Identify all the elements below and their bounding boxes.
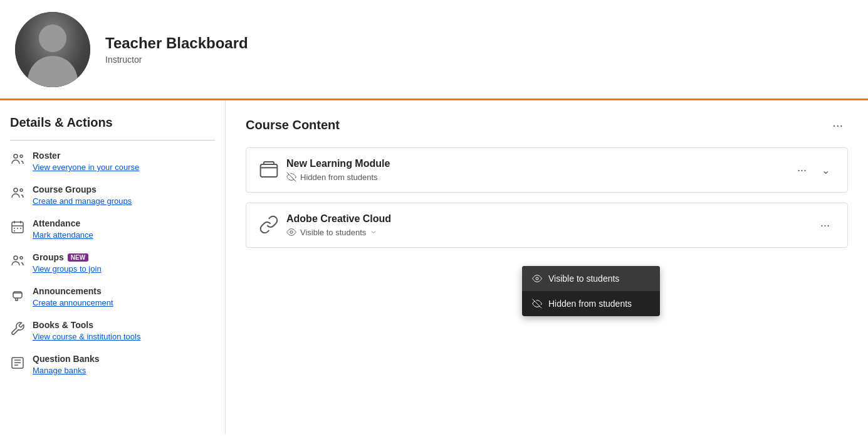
header-name: Teacher Blackboard [105,35,248,52]
learning-module-title: New Learning Module [286,158,390,169]
svg-point-13 [20,257,23,259]
sidebar-item-question-banks: Question Banks Manage banks [10,354,215,375]
dropdown-visible-label: Visible to students [548,274,619,284]
sidebar-item-attendance: Attendance Mark attendance [10,218,215,240]
content-header: Course Content ··· [246,115,848,135]
learning-module-card: New Learning Module Hidden from students [246,147,848,193]
roster-link[interactable]: View everyone in your course [33,162,139,172]
learning-module-status: Hidden from students [286,172,390,182]
groups-title: Groups NEW [33,252,102,262]
roster-icon [10,152,25,167]
dropdown-hidden-label: Hidden from students [548,299,632,309]
sidebar-item-roster: Roster View everyone in your course [10,151,215,172]
announcements-content: Announcements Create announcement [33,286,113,307]
avatar [15,12,90,87]
svg-rect-19 [261,164,278,177]
groups-icon [10,253,25,269]
sidebar-title: Details & Actions [10,115,215,130]
learning-module-card-right: ··· ⌄ [792,161,835,179]
course-groups-icon [10,186,25,201]
adobe-more-button[interactable]: ··· [815,216,835,235]
svg-point-2 [14,188,18,192]
question-banks-content: Question Banks Manage banks [33,354,100,375]
module-icon [259,159,279,179]
link-icon [259,215,279,235]
learning-module-more-button[interactable]: ··· [792,161,812,179]
svg-point-12 [14,256,18,260]
eye-off-icon-dropdown [532,299,542,309]
course-groups-content: Course Groups Create and manage groups [33,184,132,206]
visibility-dropdown: Visible to students Hidden from students [522,266,660,316]
books-tools-link[interactable]: View course & institution tools [33,332,140,341]
content-title: Course Content [246,118,340,132]
eye-icon-adobe [286,227,296,237]
svg-point-22 [536,277,538,280]
tools-icon [10,321,25,336]
adobe-card: Adobe Creative Cloud Visible to students [246,203,848,248]
avatar-silhouette [15,12,90,87]
roster-title: Roster [33,151,139,161]
sidebar-item-course-groups: Course Groups Create and manage groups [10,184,215,206]
learning-module-card-left: New Learning Module Hidden from students [259,158,390,182]
svg-point-0 [14,154,18,158]
adobe-card-info: Adobe Creative Cloud Visible to students [286,213,391,237]
adobe-card-header: Adobe Creative Cloud Visible to students [246,203,847,247]
sidebar-divider [10,140,215,141]
attendance-title: Attendance [33,218,93,228]
dropdown-visible-item[interactable]: Visible to students [522,266,660,291]
course-groups-title: Course Groups [33,184,132,194]
content-more-button[interactable]: ··· [827,115,848,135]
announcements-title: Announcements [33,286,113,296]
adobe-card-right: ··· [815,216,835,235]
main-layout: Details & Actions Roster View everyone i… [0,100,868,434]
sidebar-item-announcements: Announcements Create announcement [10,286,215,307]
books-tools-content: Books & Tools View course & institution … [33,320,140,341]
header: Teacher Blackboard Instructor [0,0,868,100]
eye-icon-dropdown [532,274,542,284]
chevron-down-icon [370,228,377,236]
adobe-card-title: Adobe Creative Cloud [286,213,391,225]
dropdown-hidden-item[interactable]: Hidden from students [522,291,660,316]
svg-rect-4 [12,222,23,233]
course-groups-link[interactable]: Create and manage groups [33,196,132,206]
adobe-card-left: Adobe Creative Cloud Visible to students [259,213,391,237]
announcements-link[interactable]: Create announcement [33,298,113,307]
question-banks-title: Question Banks [33,354,100,364]
learning-module-info: New Learning Module Hidden from students [286,158,390,182]
groups-content: Groups NEW View groups to join [33,252,102,274]
new-badge: NEW [68,253,88,262]
roster-content: Roster View everyone in your course [33,151,139,172]
books-tools-title: Books & Tools [33,320,140,330]
svg-point-3 [20,189,23,191]
eye-off-icon-module [286,172,296,182]
header-role: Instructor [105,55,248,65]
groups-link[interactable]: View groups to join [33,264,102,274]
svg-point-21 [290,231,293,233]
question-banks-link[interactable]: Manage banks [33,366,86,375]
header-info: Teacher Blackboard Instructor [105,35,248,65]
sidebar: Details & Actions Roster View everyone i… [0,100,226,434]
learning-module-card-header: New Learning Module Hidden from students [246,148,847,192]
sidebar-item-books-tools: Books & Tools View course & institution … [10,320,215,341]
learning-module-chevron[interactable]: ⌄ [817,162,835,179]
adobe-card-status[interactable]: Visible to students [286,227,391,237]
banks-icon [10,355,25,370]
svg-point-1 [20,155,23,157]
attendance-icon [10,220,25,235]
attendance-link[interactable]: Mark attendance [33,230,93,240]
announcements-icon [10,287,25,302]
attendance-content: Attendance Mark attendance [33,218,93,240]
sidebar-item-groups: Groups NEW View groups to join [10,252,215,274]
content-area: Course Content ··· New Learning M [226,100,868,434]
